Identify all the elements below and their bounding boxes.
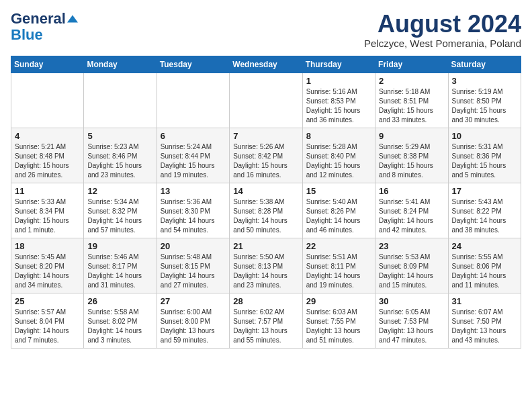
calendar-cell: 29Sunrise: 6:03 AMSunset: 7:55 PMDayligh…	[302, 293, 375, 348]
day-number: 29	[306, 296, 371, 306]
calendar-cell	[84, 73, 157, 128]
day-detail: Sunrise: 5:40 AMSunset: 8:26 PMDaylight:…	[306, 197, 371, 235]
day-detail: Sunrise: 5:18 AMSunset: 8:51 PMDaylight:…	[379, 87, 444, 125]
day-number: 24	[452, 241, 517, 251]
day-detail: Sunrise: 5:28 AMSunset: 8:40 PMDaylight:…	[306, 142, 371, 180]
day-detail: Sunrise: 5:46 AMSunset: 8:17 PMDaylight:…	[87, 253, 152, 290]
logo-general: General	[11, 11, 66, 27]
calendar-cell: 25Sunrise: 5:57 AMSunset: 8:04 PMDayligh…	[11, 293, 84, 348]
day-number: 1	[306, 76, 371, 86]
day-detail: Sunrise: 5:36 AMSunset: 8:30 PMDaylight:…	[161, 197, 226, 235]
day-detail: Sunrise: 5:41 AMSunset: 8:24 PMDaylight:…	[379, 197, 444, 235]
day-detail: Sunrise: 6:00 AMSunset: 8:00 PMDaylight:…	[161, 308, 226, 345]
calendar-cell: 9Sunrise: 5:29 AMSunset: 8:38 PMDaylight…	[375, 128, 448, 183]
calendar-cell: 30Sunrise: 6:05 AMSunset: 7:53 PMDayligh…	[375, 293, 448, 348]
calendar-week-1: 1Sunrise: 5:16 AMSunset: 8:53 PMDaylight…	[11, 73, 521, 128]
day-number: 11	[15, 186, 80, 196]
calendar-week-5: 25Sunrise: 5:57 AMSunset: 8:04 PMDayligh…	[11, 293, 521, 348]
page-header: General Blue August 2024 Pelczyce, West …	[11, 11, 521, 49]
calendar-cell: 5Sunrise: 5:23 AMSunset: 8:46 PMDaylight…	[84, 128, 157, 183]
calendar-cell: 6Sunrise: 5:24 AMSunset: 8:44 PMDaylight…	[157, 128, 229, 183]
day-number: 18	[15, 241, 80, 251]
logo-icon	[67, 15, 78, 23]
calendar-cell: 27Sunrise: 6:00 AMSunset: 8:00 PMDayligh…	[157, 293, 229, 348]
day-detail: Sunrise: 5:21 AMSunset: 8:48 PMDaylight:…	[15, 142, 80, 180]
day-detail: Sunrise: 5:33 AMSunset: 8:34 PMDaylight:…	[15, 197, 80, 235]
calendar-cell: 15Sunrise: 5:40 AMSunset: 8:26 PMDayligh…	[302, 183, 375, 238]
day-detail: Sunrise: 5:24 AMSunset: 8:44 PMDaylight:…	[161, 142, 226, 180]
day-number: 21	[233, 241, 298, 251]
day-detail: Sunrise: 5:45 AMSunset: 8:20 PMDaylight:…	[15, 253, 80, 290]
day-number: 30	[379, 296, 444, 306]
calendar-week-2: 4Sunrise: 5:21 AMSunset: 8:48 PMDaylight…	[11, 128, 521, 183]
day-detail: Sunrise: 5:26 AMSunset: 8:42 PMDaylight:…	[233, 142, 298, 180]
day-number: 22	[306, 241, 371, 251]
day-number: 26	[87, 296, 152, 306]
day-number: 25	[15, 296, 80, 306]
calendar-header-saturday: Saturday	[448, 56, 521, 73]
calendar-cell: 31Sunrise: 6:07 AMSunset: 7:50 PMDayligh…	[448, 293, 521, 348]
day-detail: Sunrise: 5:34 AMSunset: 8:32 PMDaylight:…	[87, 197, 152, 235]
calendar-cell: 2Sunrise: 5:18 AMSunset: 8:51 PMDaylight…	[375, 73, 448, 128]
calendar-cell	[11, 73, 84, 128]
day-detail: Sunrise: 6:07 AMSunset: 7:50 PMDaylight:…	[452, 308, 517, 345]
calendar-header-monday: Monday	[84, 56, 157, 73]
calendar-cell: 24Sunrise: 5:55 AMSunset: 8:06 PMDayligh…	[448, 238, 521, 293]
calendar-header-thursday: Thursday	[302, 56, 375, 73]
month-title: August 2024	[364, 11, 521, 38]
day-number: 13	[161, 186, 226, 196]
day-detail: Sunrise: 5:31 AMSunset: 8:36 PMDaylight:…	[452, 142, 517, 180]
day-number: 10	[452, 131, 517, 141]
calendar-cell: 4Sunrise: 5:21 AMSunset: 8:48 PMDaylight…	[11, 128, 84, 183]
day-detail: Sunrise: 5:19 AMSunset: 8:50 PMDaylight:…	[452, 87, 517, 125]
logo-blue: Blue	[11, 27, 43, 43]
day-detail: Sunrise: 5:16 AMSunset: 8:53 PMDaylight:…	[306, 87, 371, 125]
day-detail: Sunrise: 5:29 AMSunset: 8:38 PMDaylight:…	[379, 142, 444, 180]
calendar-cell: 19Sunrise: 5:46 AMSunset: 8:17 PMDayligh…	[84, 238, 157, 293]
calendar-body: 1Sunrise: 5:16 AMSunset: 8:53 PMDaylight…	[11, 73, 521, 348]
day-number: 19	[87, 241, 152, 251]
day-detail: Sunrise: 6:05 AMSunset: 7:53 PMDaylight:…	[379, 308, 444, 345]
calendar-header-wednesday: Wednesday	[230, 56, 302, 73]
day-number: 27	[161, 296, 226, 306]
calendar-cell: 20Sunrise: 5:48 AMSunset: 8:15 PMDayligh…	[157, 238, 229, 293]
calendar-table: SundayMondayTuesdayWednesdayThursdayFrid…	[11, 56, 521, 349]
day-number: 14	[233, 186, 298, 196]
day-detail: Sunrise: 5:57 AMSunset: 8:04 PMDaylight:…	[15, 308, 80, 345]
calendar-cell: 23Sunrise: 5:53 AMSunset: 8:09 PMDayligh…	[375, 238, 448, 293]
calendar-cell: 10Sunrise: 5:31 AMSunset: 8:36 PMDayligh…	[448, 128, 521, 183]
calendar-cell: 17Sunrise: 5:43 AMSunset: 8:22 PMDayligh…	[448, 183, 521, 238]
calendar-cell: 14Sunrise: 5:38 AMSunset: 8:28 PMDayligh…	[230, 183, 302, 238]
day-detail: Sunrise: 5:51 AMSunset: 8:11 PMDaylight:…	[306, 253, 371, 290]
day-number: 20	[161, 241, 226, 251]
calendar-cell: 28Sunrise: 6:02 AMSunset: 7:57 PMDayligh…	[230, 293, 302, 348]
day-detail: Sunrise: 5:38 AMSunset: 8:28 PMDaylight:…	[233, 197, 298, 235]
calendar-week-3: 11Sunrise: 5:33 AMSunset: 8:34 PMDayligh…	[11, 183, 521, 238]
calendar-cell: 8Sunrise: 5:28 AMSunset: 8:40 PMDaylight…	[302, 128, 375, 183]
day-number: 23	[379, 241, 444, 251]
day-detail: Sunrise: 6:02 AMSunset: 7:57 PMDaylight:…	[233, 308, 298, 345]
calendar-cell: 1Sunrise: 5:16 AMSunset: 8:53 PMDaylight…	[302, 73, 375, 128]
calendar-header-row: SundayMondayTuesdayWednesdayThursdayFrid…	[11, 56, 521, 73]
logo: General Blue	[11, 11, 78, 43]
day-number: 8	[306, 131, 371, 141]
day-number: 5	[87, 131, 152, 141]
title-block: August 2024 Pelczyce, West Pomerania, Po…	[364, 11, 521, 49]
calendar-cell: 3Sunrise: 5:19 AMSunset: 8:50 PMDaylight…	[448, 73, 521, 128]
day-detail: Sunrise: 5:43 AMSunset: 8:22 PMDaylight:…	[452, 197, 517, 235]
day-detail: Sunrise: 6:03 AMSunset: 7:55 PMDaylight:…	[306, 308, 371, 345]
calendar-cell: 12Sunrise: 5:34 AMSunset: 8:32 PMDayligh…	[84, 183, 157, 238]
day-detail: Sunrise: 5:48 AMSunset: 8:15 PMDaylight:…	[161, 253, 226, 290]
day-number: 12	[87, 186, 152, 196]
day-number: 31	[452, 296, 517, 306]
svg-marker-0	[67, 15, 78, 22]
location: Pelczyce, West Pomerania, Poland	[364, 38, 521, 49]
calendar-cell: 22Sunrise: 5:51 AMSunset: 8:11 PMDayligh…	[302, 238, 375, 293]
day-number: 9	[379, 131, 444, 141]
calendar-cell	[230, 73, 302, 128]
day-number: 17	[452, 186, 517, 196]
calendar-cell: 21Sunrise: 5:50 AMSunset: 8:13 PMDayligh…	[230, 238, 302, 293]
day-detail: Sunrise: 5:23 AMSunset: 8:46 PMDaylight:…	[87, 142, 152, 180]
calendar-cell: 11Sunrise: 5:33 AMSunset: 8:34 PMDayligh…	[11, 183, 84, 238]
day-number: 16	[379, 186, 444, 196]
